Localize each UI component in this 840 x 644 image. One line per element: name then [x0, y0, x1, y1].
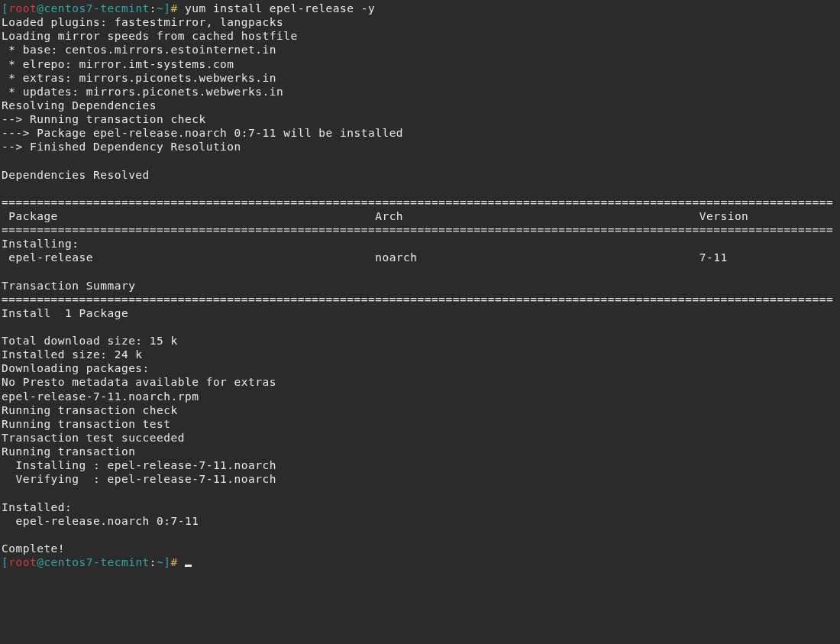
output-line: No Presto metadata available for extras [2, 376, 276, 388]
output-line: Installed size: 24 k [2, 348, 143, 361]
prompt-hash: # [171, 556, 185, 568]
prompt-bracket-open: [ [2, 2, 8, 15]
output-line: Downloading packages: [2, 362, 150, 374]
output-line: Verifying : epel-release-7-11.noarch [2, 473, 276, 485]
prompt-line-1: [root@centos7-tecmint:~]# yum install ep… [2, 2, 375, 15]
output-line: Installed: [2, 501, 72, 513]
output-line: Running transaction [2, 445, 135, 458]
prompt-host: centos7-tecmint [44, 556, 149, 568]
output-line: Install 1 Package [2, 307, 128, 319]
prompt-user: root [8, 556, 37, 568]
output-line: * base: centos.mirrors.estointernet.in [2, 44, 276, 56]
prompt-bracket-close: ] [163, 2, 170, 15]
output-line: Transaction test succeeded [2, 432, 185, 444]
output-line: Running transaction test [2, 418, 171, 430]
prompt-colon: : [150, 556, 157, 568]
prompt-line-2[interactable]: [root@centos7-tecmint:~]# [2, 556, 192, 568]
prompt-bracket-close: ] [163, 556, 170, 568]
prompt-at: @ [37, 2, 44, 15]
output-line: epel-release-7-11.noarch.rpm [2, 390, 199, 403]
prompt-colon: : [150, 2, 157, 15]
output-line: --> Finished Dependency Resolution [2, 141, 241, 153]
prompt-cwd: ~ [157, 556, 163, 568]
output-line: Installing : epel-release-7-11.noarch [2, 459, 276, 471]
output-line: * elrepo: mirror.imt-systems.com [2, 58, 234, 70]
separator: ========================================… [2, 293, 833, 306]
output-line: epel-release.noarch 0:7-11 [2, 515, 199, 527]
output-line: * extras: mirrors.piconets.webwerks.in [2, 72, 276, 84]
separator: ========================================… [2, 196, 833, 209]
output-line: Complete! [2, 542, 65, 555]
output-line: Loading mirror speeds from cached hostfi… [2, 30, 298, 42]
command-text: yum install epel-release -y [185, 2, 375, 15]
table-header: Package Arch Version [2, 210, 748, 222]
prompt-at: @ [37, 556, 44, 568]
prompt-user: root [8, 2, 37, 15]
prompt-bracket-open: [ [2, 556, 8, 568]
prompt-host: centos7-tecmint [44, 2, 149, 15]
output-line: --> Running transaction check [2, 113, 206, 125]
terminal-window[interactable]: [root@centos7-tecmint:~]# yum install ep… [0, 0, 840, 569]
separator: ========================================… [2, 224, 833, 236]
prompt-hash: # [171, 2, 185, 15]
cursor-icon [185, 565, 192, 567]
output-line: Dependencies Resolved [2, 169, 150, 181]
output-line: * updates: mirrors.piconets.webwerks.in [2, 86, 283, 98]
output-line: Installing: [2, 238, 79, 250]
output-line: Running transaction check [2, 404, 178, 416]
prompt-cwd: ~ [157, 2, 163, 15]
output-line: Transaction Summary [2, 280, 135, 292]
table-row: epel-release noarch 7-11 [2, 251, 728, 264]
output-line: Total download size: 15 k [2, 335, 178, 347]
output-line: ---> Package epel-release.noarch 0:7-11 … [2, 127, 403, 139]
output-line: Resolving Dependencies [2, 99, 157, 112]
output-line: Loaded plugins: fastestmirror, langpacks [2, 16, 283, 28]
